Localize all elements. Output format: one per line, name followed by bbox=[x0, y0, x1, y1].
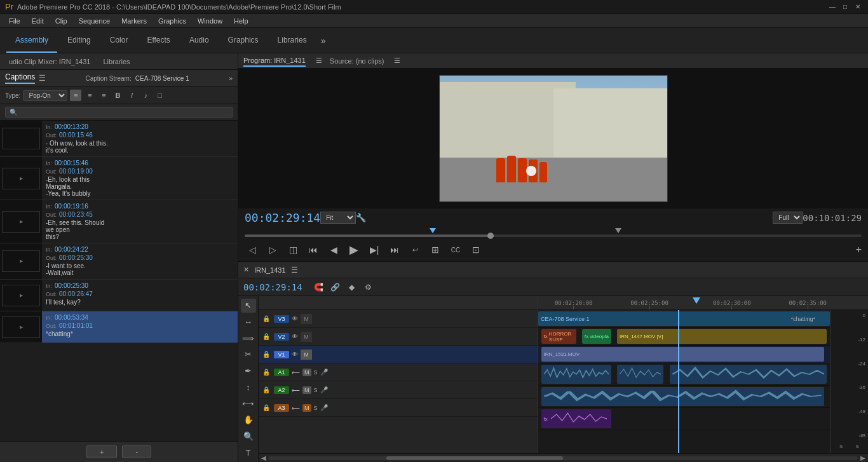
tab-color[interactable]: Color bbox=[101, 28, 137, 53]
align-left-button[interactable]: ≡ bbox=[70, 90, 81, 101]
audio-clip-a1-2[interactable] bbox=[617, 365, 663, 384]
align-right-button[interactable]: ≡ bbox=[98, 90, 109, 101]
remove-caption-button[interactable]: - bbox=[122, 445, 151, 458]
menu-clip[interactable]: Clip bbox=[50, 16, 72, 26]
track-mute-v2[interactable]: M bbox=[301, 332, 312, 342]
track-mute-v1[interactable]: M bbox=[301, 350, 312, 360]
track-mute-a2[interactable]: M bbox=[302, 386, 311, 394]
track-mute-a3[interactable]: M bbox=[302, 404, 311, 412]
monitor-scrubber[interactable] bbox=[238, 227, 868, 238]
menu-sequence[interactable]: Sequence bbox=[74, 16, 116, 26]
track-mic-a2[interactable]: 🎤 bbox=[320, 386, 328, 393]
close-sequence-icon[interactable]: ✕ bbox=[243, 266, 249, 274]
track-label-a2[interactable]: 🔒 A2 ⟵ M S 🎤 bbox=[259, 381, 538, 399]
go-to-out-button[interactable]: ⏭ bbox=[387, 242, 402, 257]
sequence-tab[interactable]: IRN_1431 bbox=[254, 266, 286, 274]
caption-item[interactable]: ▶ In: 00:00:19:16 Out: 00:00:23:45 -Eh, … bbox=[0, 200, 238, 243]
loop-button[interactable]: ↩ bbox=[407, 242, 423, 257]
scroll-left-button[interactable]: ◀ bbox=[261, 454, 266, 461]
align-center-button[interactable]: ≡ bbox=[84, 90, 95, 101]
menu-help[interactable]: Help bbox=[229, 16, 254, 26]
captions-tab[interactable]: Captions bbox=[5, 72, 35, 84]
italic-button[interactable]: I bbox=[126, 90, 137, 101]
multi-cam-button[interactable]: ⊞ bbox=[428, 242, 443, 257]
track-label-v2[interactable]: 🔒 V2 👁 M bbox=[259, 328, 538, 346]
track-mic-a1[interactable]: 🎤 bbox=[320, 369, 328, 376]
add-marker-tool[interactable]: ◆ bbox=[346, 281, 358, 294]
box-button[interactable]: □ bbox=[154, 90, 165, 101]
minimize-button[interactable]: — bbox=[827, 2, 837, 12]
track-mute-a1[interactable]: M bbox=[302, 369, 311, 376]
menu-markers[interactable]: Markers bbox=[116, 16, 152, 26]
type-tool[interactable]: T bbox=[241, 445, 256, 459]
captions-button[interactable]: CC bbox=[448, 242, 463, 257]
captions-expand-icon[interactable]: » bbox=[229, 74, 233, 82]
razor-tool[interactable]: ✂ bbox=[241, 348, 256, 362]
captions-settings-icon[interactable]: ☰ bbox=[39, 74, 46, 83]
track-eye-v1[interactable]: 👁 bbox=[292, 351, 298, 358]
scroll-right-button[interactable]: ▶ bbox=[860, 454, 865, 461]
close-button[interactable]: ✕ bbox=[853, 2, 863, 12]
playhead[interactable] bbox=[678, 310, 679, 453]
audio-clip-a1-3[interactable] bbox=[670, 365, 827, 384]
track-eye-v2[interactable]: 👁 bbox=[292, 333, 298, 340]
scroll-bar[interactable] bbox=[269, 456, 858, 460]
track-lock-icon[interactable]: 🔒 bbox=[261, 350, 271, 360]
menu-window[interactable]: Window bbox=[193, 16, 227, 26]
caption-item-selected[interactable]: ▶ In: 00:00:53:34 Out: 00:01:01:01 *chat… bbox=[0, 311, 238, 343]
track-solo-a2[interactable]: S bbox=[314, 387, 318, 393]
track-solo-a1[interactable]: S bbox=[314, 369, 318, 376]
caption-search-input[interactable] bbox=[5, 107, 233, 118]
mark-out-button[interactable]: ▷ bbox=[265, 242, 280, 257]
timeline-timecode[interactable]: 00:02:29:14 bbox=[243, 282, 302, 292]
add-caption-button[interactable]: + bbox=[86, 445, 117, 458]
audio-clip-a3[interactable]: fx bbox=[541, 409, 611, 428]
go-to-in-button[interactable]: ⏮ bbox=[306, 242, 321, 257]
irn1531-clip[interactable]: IRN_1531.MOV bbox=[541, 347, 824, 362]
music-button[interactable]: ♪ bbox=[140, 90, 151, 101]
tab-editing[interactable]: Editing bbox=[58, 28, 100, 53]
maximize-button[interactable]: □ bbox=[840, 2, 850, 12]
add-button[interactable]: + bbox=[856, 244, 862, 255]
bold-button[interactable]: B bbox=[112, 90, 123, 101]
caption-item[interactable]: ▶ In: 00:00:25:30 Out: 00:00:26:47 I'll … bbox=[0, 280, 238, 311]
current-timecode[interactable]: 00:02:29:14 bbox=[245, 211, 320, 224]
tab-assembly[interactable]: Assembly bbox=[6, 28, 57, 53]
track-label-a3[interactable]: 🔒 A3 ⟵ M S 🎤 bbox=[259, 399, 538, 417]
caption-item[interactable]: ▶ In: 00:00:15:46 Out: 00:00:19:00 -Eh, … bbox=[0, 157, 238, 200]
mark-in-button[interactable]: ◁ bbox=[245, 242, 260, 257]
track-lock-icon[interactable]: 🔒 bbox=[261, 385, 271, 395]
caption-item[interactable]: In: 00:00:13:20 Out: 00:00:15:46 - Oh wo… bbox=[0, 121, 238, 157]
tab-libraries[interactable]: Libraries bbox=[269, 28, 316, 53]
menu-file[interactable]: File bbox=[4, 16, 25, 26]
tab-audio[interactable]: Audio bbox=[180, 28, 218, 53]
libraries-tab[interactable]: Libraries bbox=[99, 57, 133, 67]
menu-graphics[interactable]: Graphics bbox=[153, 16, 191, 26]
horror-clip[interactable]: fx HORROR SUSP bbox=[541, 329, 576, 344]
track-mute-v3[interactable]: M bbox=[301, 314, 312, 324]
track-lock-icon[interactable]: 🔒 bbox=[261, 367, 271, 377]
program-monitor-tab[interactable]: Program: IRN_1431 bbox=[243, 55, 306, 67]
ripple-edit-tool[interactable]: ⟹ bbox=[241, 331, 256, 345]
settings-tool[interactable]: ⚙ bbox=[362, 281, 375, 294]
track-eye-v3[interactable]: 👁 bbox=[292, 315, 298, 322]
track-solo-a3[interactable]: S bbox=[314, 405, 318, 411]
hand-tool[interactable]: ✋ bbox=[241, 413, 256, 427]
caption-clip[interactable]: CEA-708 Service 1 *chatting* bbox=[538, 311, 830, 326]
zoom-tool[interactable]: 🔍 bbox=[241, 430, 256, 444]
track-label-v1[interactable]: 🔒 V1 👁 M bbox=[259, 346, 538, 363]
track-mic-a3[interactable]: 🎤 bbox=[320, 404, 328, 411]
slip-tool[interactable]: ↕ bbox=[241, 381, 256, 395]
caption-item[interactable]: ▶ In: 00:00:24:22 Out: 00:00:25:30 -I wa… bbox=[0, 243, 238, 280]
tab-effects[interactable]: Effects bbox=[138, 28, 179, 53]
sequence-settings-icon[interactable]: ☰ bbox=[291, 266, 298, 275]
snapshot-button[interactable]: ⊡ bbox=[468, 242, 484, 257]
track-label-v3[interactable]: 🔒 V3 👁 M bbox=[259, 310, 538, 328]
track-lock-icon[interactable]: 🔒 bbox=[261, 314, 271, 324]
snap-tool[interactable]: 🧲 bbox=[313, 281, 325, 294]
audio-clip-a1-1[interactable] bbox=[541, 365, 611, 384]
slide-tool[interactable]: ⟷ bbox=[241, 397, 256, 411]
source-settings-icon[interactable]: ☰ bbox=[394, 57, 400, 65]
track-lock-icon[interactable]: 🔒 bbox=[261, 403, 271, 413]
clip-mixer-tab[interactable]: udio Clip Mixer: IRN_1431 bbox=[5, 57, 94, 67]
